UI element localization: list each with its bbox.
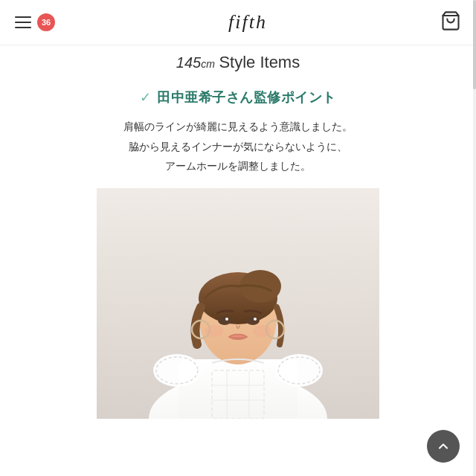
size-unit: cm — [201, 58, 215, 70]
svg-point-20 — [253, 325, 271, 337]
logo: fifth — [228, 11, 267, 33]
subtitle-bar: 145cm Style Items — [0, 45, 476, 77]
svg-point-19 — [205, 325, 223, 337]
menu-button[interactable] — [15, 16, 31, 28]
style-items-label: Style Items — [219, 53, 300, 71]
description-block: 肩幅のラインが綺麗に見えるよう意識しました。 脇から見えるインナーが気にならない… — [0, 112, 476, 188]
person-photo — [97, 188, 379, 419]
scrollbar[interactable] — [473, 0, 476, 476]
product-image-container — [97, 188, 379, 419]
cart-button[interactable] — [440, 10, 461, 34]
svg-point-5 — [153, 354, 201, 387]
size-number: 145 — [176, 54, 201, 71]
description-line-3: アームホールを調整しました。 — [22, 156, 454, 176]
header-left: 36 — [15, 13, 55, 31]
section-heading: ✓ 田中亜希子さん監修ポイント — [0, 77, 476, 112]
subtitle-text: 145cm Style Items — [15, 53, 461, 72]
svg-point-16 — [254, 318, 257, 321]
svg-point-14 — [246, 316, 260, 325]
supervisor-heading: 田中亜希子さん監修ポイント — [157, 89, 336, 106]
description-line-2: 脇から見えるインナーが気にならないように、 — [22, 137, 454, 157]
description-line-1: 肩幅のラインが綺麗に見えるよう意識しました。 — [22, 117, 454, 137]
scrollbar-thumb[interactable] — [473, 0, 476, 89]
svg-point-13 — [218, 316, 231, 325]
back-to-top-button[interactable] — [427, 430, 460, 463]
cart-badge: 36 — [37, 13, 55, 31]
svg-point-15 — [225, 318, 228, 321]
svg-point-6 — [275, 354, 323, 387]
header: 36 fifth — [0, 0, 476, 45]
check-icon: ✓ — [140, 89, 151, 106]
